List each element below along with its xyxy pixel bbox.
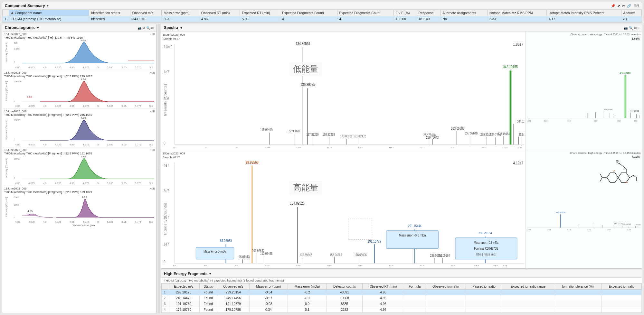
svg-text:150: 150 (327, 146, 332, 147)
pin-icon-4[interactable]: × (150, 148, 151, 152)
he-row-1-mass-err-ppm: -0.54 (249, 290, 288, 295)
svg-text:90: 90 (235, 265, 238, 266)
he-col-obs-mz[interactable]: Observed m/z (217, 284, 249, 290)
he-col-mass-err-ppm[interactable]: Mass error (ppm) (249, 284, 288, 290)
maximize-icon-spectra[interactable]: ⊞⊟ (634, 26, 639, 30)
col-isotope-mz[interactable]: Isotope Match Mz RMS PPM (487, 10, 546, 16)
he-col-exp-mz[interactable]: Expected m/z (168, 284, 200, 290)
molecule-structure: O O Me (588, 160, 639, 195)
chromatograms-dropdown-icon[interactable]: ▼ (36, 25, 40, 30)
col-obs-rt[interactable]: Observed RT (min) (199, 10, 240, 16)
he-col-exp-ion-ratio[interactable]: Expected ion ratio (602, 284, 642, 290)
pin-icon-1[interactable]: × (150, 32, 151, 36)
he-row-3-exp-ion-range (502, 301, 554, 307)
pin-icon-5[interactable]: × (150, 187, 151, 190)
he-row-3-status: Found (199, 301, 217, 307)
expand-icon-2[interactable]: ⊞ (152, 71, 155, 74)
svg-text:300: 300 (547, 228, 551, 230)
panel-divider[interactable] (158, 24, 160, 313)
col-id-status[interactable]: Identification status (89, 10, 130, 16)
zoom-icon[interactable]: 🔍 (146, 26, 150, 30)
col-response[interactable]: Response (416, 10, 440, 16)
svg-text:Mass error: -0.3 mDa: Mass error: -0.3 mDa (399, 233, 426, 237)
he-table-row-1[interactable]: 1 299.20170 Found 299.20154 -0.54 -0.2 4… (162, 290, 642, 295)
he-dropdown-icon[interactable]: ▼ (209, 272, 212, 275)
expand-icon-1[interactable]: ⊞ (152, 32, 155, 36)
he-row-3-index: 3 (162, 301, 168, 307)
svg-text:0: 0 (14, 177, 15, 179)
low-energy-right-svg: 343.19155 263.05888 344.19480 (527, 40, 640, 143)
expand-icon-5[interactable]: ⊞ (152, 187, 155, 190)
row-isotope-mz: 3.33 (487, 16, 546, 22)
row-exp-frag-count: 4 (337, 16, 393, 22)
he-col-ion-tolerance[interactable]: Ion ratio tolerance (%) (554, 284, 602, 290)
svg-text:0: 0 (14, 100, 15, 102)
he-col-obs-ion-ratio[interactable]: Observed ion ratio (425, 284, 466, 290)
spectra-dropdown-icon[interactable]: ▼ (179, 25, 183, 30)
he-col-detector[interactable]: Detector counts (327, 284, 362, 290)
chrom-item-3-name: 15June2023_009 (4, 110, 154, 113)
he-col-formula[interactable]: Formula (404, 284, 425, 290)
pin-icon[interactable]: 📌 (611, 4, 615, 8)
he-table-row-2[interactable]: 2 245.14470 Found 245.14456 -0.57 -0.1 1… (162, 295, 642, 301)
he-row-4-exp-ion-range (502, 307, 554, 313)
col-mass-error[interactable]: Mass error (ppm) (162, 10, 199, 16)
svg-text:95.01413: 95.01413 (239, 255, 250, 259)
table-row[interactable]: 1 THC-M (carboxy THC metabolite) Identif… (3, 16, 642, 22)
expand-icon-3[interactable]: ⊞ (152, 110, 155, 113)
high-energy-svg: 4e7 3e7 2e7 1e7 0 50 (163, 160, 524, 266)
he-col-status[interactable]: Status (199, 284, 217, 290)
svg-text:7000: 7000 (14, 196, 19, 199)
he-subtitle: THC-M (carboxy THC metabolite) (4 expect… (161, 278, 642, 283)
he-col-obs-rt[interactable]: Observed RT (min) (362, 284, 404, 290)
svg-text:1.5e7: 1.5e7 (164, 44, 172, 49)
settings-icon[interactable]: ⚙ (142, 26, 145, 30)
svg-text:4.85: 4.85 (28, 210, 33, 213)
chrom-item-4-channel: THC-M (carboxy THC metabolite) [Fragment… (4, 152, 154, 155)
link-icon[interactable]: 🔗 (627, 4, 631, 8)
col-adducts[interactable]: Adducts (621, 10, 642, 16)
svg-text:340: 340 (567, 120, 571, 122)
col-exp-frag-count[interactable]: Expected Fragments Count (337, 10, 393, 16)
he-row-3-obs-ion (425, 301, 466, 307)
col-isotope-intensity[interactable]: Isotope Match Intensity RMS Percent (546, 10, 621, 16)
he-row-4-mass-err-mda: 0.1 (288, 307, 327, 313)
he-table: Expected m/z Status Observed m/z Mass er… (161, 283, 642, 313)
col-exp-rt[interactable]: Expected RT (min) (240, 10, 280, 16)
svg-text:343.19155: 343.19155 (620, 71, 630, 74)
svg-text:5e5: 5e5 (14, 42, 18, 44)
expand-icon-4[interactable]: ⊞ (152, 148, 155, 152)
camera-icon[interactable]: 📷 (137, 26, 141, 30)
he-col-passed-ion-ratio[interactable]: Passed ion ratio (466, 284, 502, 290)
chrom-item-4-name: 15June2023_009 (4, 148, 154, 152)
col-fve[interactable]: F v E (%) (393, 10, 416, 16)
svg-text:190: 190 (389, 146, 393, 147)
chrom-y-label-2: Intensity [Counts] (5, 79, 8, 101)
svg-text:355.15814: 355.15814 (622, 223, 631, 225)
pin-icon-3[interactable]: × (150, 110, 151, 113)
chrom-item-5-channel: THC-M (carboxy THC metabolite) [Fragment… (4, 190, 154, 194)
high-energy-item-name: 15June2023_009 (163, 152, 524, 156)
expand-icon[interactable]: ⊞ (151, 26, 154, 30)
he-table-row-4[interactable]: 4 179.10780 Found 179.10786 0.34 0.1 223… (162, 307, 642, 313)
camera-icon-spectra[interactable]: 📷 (624, 26, 628, 30)
high-energy-chart-area: 高能量 4e7 3e7 2e7 1e7 0 (163, 160, 524, 266)
tools-icon[interactable]: ✂ (622, 4, 625, 8)
pin-icon-2[interactable]: × (150, 71, 151, 74)
svg-text:110: 110 (265, 146, 270, 147)
col-obs-mz[interactable]: Observed m/z (130, 10, 162, 16)
share-icon[interactable]: ⇗ (617, 4, 620, 8)
row-alternate: No (440, 16, 487, 22)
svg-text:170: 170 (358, 265, 363, 266)
he-col-mass-err-mda[interactable]: Mass error (mDa) (288, 284, 327, 290)
component-summary-dropdown-icon[interactable]: ▼ (46, 4, 49, 7)
col-alternate[interactable]: Alternate assignments (440, 10, 487, 16)
svg-text:1e7: 1e7 (164, 69, 169, 74)
maximize-icon[interactable]: ⊞⊟ (633, 4, 639, 8)
he-col-exp-ion-range[interactable]: Expected ion ratio range (502, 284, 554, 290)
col-name[interactable]: Component name (9, 10, 89, 16)
zoom-icon-spectra[interactable]: 🔍 (629, 26, 633, 30)
he-table-row-3[interactable]: 3 191.10780 Found 191.10779 -0.08 0.0 85… (162, 301, 642, 307)
he-row-2-obs-ion (425, 295, 466, 301)
col-exp-frag-found[interactable]: Expected Fragments Found (280, 10, 337, 16)
